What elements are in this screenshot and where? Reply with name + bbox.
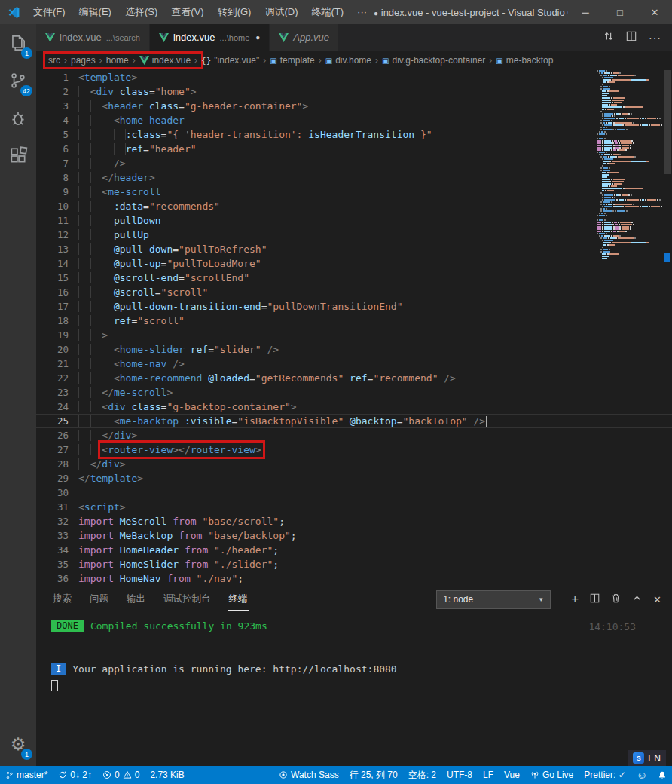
code-editor[interactable]: 1<template>2 <div class="home">3 <header… bbox=[36, 70, 672, 586]
close-panel-icon[interactable]: ✕ bbox=[653, 594, 661, 605]
editor-tab[interactable]: index.vue...\home● bbox=[150, 24, 270, 51]
ime-indicator[interactable]: S EN bbox=[628, 750, 666, 766]
code-line[interactable]: 14 @pull-up="pullToLoadMore" bbox=[36, 256, 672, 271]
debug-icon[interactable] bbox=[0, 100, 36, 137]
go-live-item[interactable]: Go Live bbox=[525, 770, 579, 780]
code-line[interactable]: 22 <home-recommend @loaded="getRecommend… bbox=[36, 371, 672, 385]
code-line[interactable]: 17 @pull-down-transition-end="pullDownTr… bbox=[36, 299, 672, 314]
panel-tab[interactable]: 终端 bbox=[228, 588, 249, 611]
code-line[interactable]: 27 <router-view></router-view> bbox=[36, 443, 672, 457]
code-line[interactable]: 3 <header class="g-header-container"> bbox=[36, 99, 672, 113]
panel-tab[interactable]: 搜索 bbox=[51, 588, 73, 611]
code-line[interactable]: 19 > bbox=[36, 328, 672, 342]
breadcrumb-item[interactable]: src bbox=[47, 55, 62, 66]
code-line[interactable]: 24 <div class="g-backtop-container"> bbox=[36, 400, 672, 414]
code-line[interactable]: 4 <home-header bbox=[36, 113, 672, 127]
code-line[interactable]: 2 <div class="home"> bbox=[36, 84, 672, 99]
settings-gear-icon[interactable]: ⚙ 1 bbox=[0, 725, 36, 763]
panel-tab[interactable]: 输出 bbox=[125, 588, 147, 611]
code-line[interactable]: 5 :class="{ 'header-transition': isHeade… bbox=[36, 127, 672, 142]
code-line[interactable]: 21 <home-nav /> bbox=[36, 357, 672, 371]
maximize-panel-icon[interactable] bbox=[632, 593, 642, 606]
code-line[interactable]: 6 ref="header" bbox=[36, 142, 672, 156]
git-branch-item[interactable]: master* bbox=[0, 770, 53, 780]
notifications-bell-icon[interactable] bbox=[652, 770, 672, 780]
code-line[interactable]: 26 </div> bbox=[36, 428, 672, 443]
terminal-selector[interactable]: 1: node ▼ bbox=[436, 590, 551, 609]
breadcrumb-item[interactable]: home bbox=[105, 55, 130, 66]
menu-item[interactable]: 调试(D) bbox=[258, 0, 304, 24]
breadcrumb-symbol[interactable]: ▣div.home bbox=[324, 55, 373, 66]
editor-scrollbar[interactable] bbox=[663, 70, 672, 586]
split-terminal-icon[interactable] bbox=[590, 593, 600, 606]
menu-item[interactable]: 文件(F) bbox=[26, 0, 72, 24]
code-line[interactable]: 34import HomeHeader from "./header"; bbox=[36, 543, 672, 557]
prettier-item[interactable]: Prettier: ✓ bbox=[579, 770, 631, 780]
language-mode-item[interactable]: Vue bbox=[499, 770, 525, 780]
terminal-output[interactable]: DONE Compiled successfully in 923ms 14:1… bbox=[36, 612, 672, 766]
menu-item[interactable]: 查看(V) bbox=[164, 0, 210, 24]
feedback-smiley-icon[interactable]: ☺ bbox=[631, 769, 652, 781]
menu-item[interactable]: 终端(T) bbox=[304, 0, 350, 24]
code-line[interactable]: 35import HomeSlider from "./slider"; bbox=[36, 557, 672, 571]
menu-item[interactable]: 转到(G) bbox=[211, 0, 258, 24]
menu-item[interactable]: ··· bbox=[350, 0, 374, 24]
breadcrumb-item[interactable]: index.vue bbox=[138, 55, 192, 66]
menu-item[interactable]: 编辑(E) bbox=[72, 0, 118, 24]
indentation-item[interactable]: 空格: 2 bbox=[403, 769, 441, 782]
close-button[interactable]: ✕ bbox=[637, 0, 672, 24]
problems-item[interactable]: 0 0 bbox=[97, 770, 145, 780]
code-line[interactable]: 1<template> bbox=[36, 70, 672, 84]
panel-tab[interactable]: 调试控制台 bbox=[162, 588, 212, 611]
code-line[interactable]: 31<script> bbox=[36, 500, 672, 514]
code-line[interactable]: 32import MeScroll from "base/scroll"; bbox=[36, 514, 672, 528]
code-line[interactable]: 20 <home-slider ref="slider" /> bbox=[36, 342, 672, 357]
line-number: 27 bbox=[36, 443, 78, 457]
modified-dot[interactable]: ● bbox=[255, 33, 260, 41]
scrollbar-thumb[interactable] bbox=[664, 70, 671, 174]
code-line[interactable]: 15 @scroll-end="scrollEnd" bbox=[36, 271, 672, 285]
code-line[interactable]: 23 </me-scroll> bbox=[36, 385, 672, 400]
code-line[interactable]: 10 :data="recommends" bbox=[36, 199, 672, 213]
extensions-icon[interactable] bbox=[0, 137, 36, 175]
line-number: 31 bbox=[36, 500, 78, 514]
code-line[interactable]: 16 @scroll="scroll" bbox=[36, 285, 672, 299]
minimize-button[interactable]: ─ bbox=[568, 0, 603, 24]
editor-tab[interactable]: App.vue bbox=[270, 24, 339, 51]
cursor-position-item[interactable]: 行 25, 列 70 bbox=[344, 769, 403, 782]
code-line[interactable]: 13 @pull-down="pullToRefresh" bbox=[36, 242, 672, 256]
breadcrumb-symbol[interactable]: ▣div.g-backtop-container bbox=[380, 55, 487, 66]
code-line[interactable]: 36import HomeNav from "./nav"; bbox=[36, 571, 672, 586]
menu-item[interactable]: 选择(S) bbox=[118, 0, 164, 24]
code-line[interactable]: 28 </div> bbox=[36, 457, 672, 471]
eol-item[interactable]: LF bbox=[478, 770, 499, 780]
maximize-button[interactable]: □ bbox=[603, 0, 637, 24]
new-terminal-icon[interactable]: + bbox=[571, 592, 579, 607]
editor-tab[interactable]: index.vue...\search bbox=[36, 24, 150, 51]
encoding-item[interactable]: UTF-8 bbox=[441, 770, 478, 780]
layout-toggle-icon[interactable] bbox=[603, 31, 614, 44]
breadcrumb-item[interactable]: pages bbox=[69, 55, 97, 66]
kill-terminal-icon[interactable] bbox=[611, 593, 621, 606]
code-line[interactable]: 11 pullDown bbox=[36, 213, 672, 228]
code-line[interactable]: 33import MeBacktop from "base/backtop"; bbox=[36, 528, 672, 543]
code-line[interactable]: 25 <me-backtop :visible="isBacktopVisibl… bbox=[36, 414, 672, 428]
code-line[interactable]: 30 bbox=[36, 485, 672, 500]
code-line[interactable]: 8 </header> bbox=[36, 170, 672, 185]
split-editor-icon[interactable] bbox=[626, 31, 637, 44]
minimap[interactable] bbox=[595, 70, 663, 259]
explorer-icon[interactable]: 1 bbox=[0, 24, 36, 62]
breadcrumb-symbol[interactable]: ▣me-backtop bbox=[494, 55, 554, 66]
watch-sass-item[interactable]: Watch Sass bbox=[273, 770, 344, 780]
code-line[interactable]: 9 <me-scroll bbox=[36, 185, 672, 199]
breadcrumb-symbol[interactable]: {}"index.vue" bbox=[200, 55, 261, 66]
panel-tab[interactable]: 问题 bbox=[88, 588, 110, 611]
code-line[interactable]: 7 /> bbox=[36, 156, 672, 170]
sync-item[interactable]: 0↓ 2↑ bbox=[53, 770, 97, 780]
breadcrumb-symbol[interactable]: ▣template bbox=[268, 55, 316, 66]
source-control-icon[interactable]: 42 bbox=[0, 62, 36, 100]
code-line[interactable]: 29</template> bbox=[36, 471, 672, 485]
more-actions-icon[interactable]: ··· bbox=[649, 32, 661, 44]
code-line[interactable]: 12 pullUp bbox=[36, 228, 672, 242]
code-line[interactable]: 18 ref="scroll" bbox=[36, 314, 672, 328]
